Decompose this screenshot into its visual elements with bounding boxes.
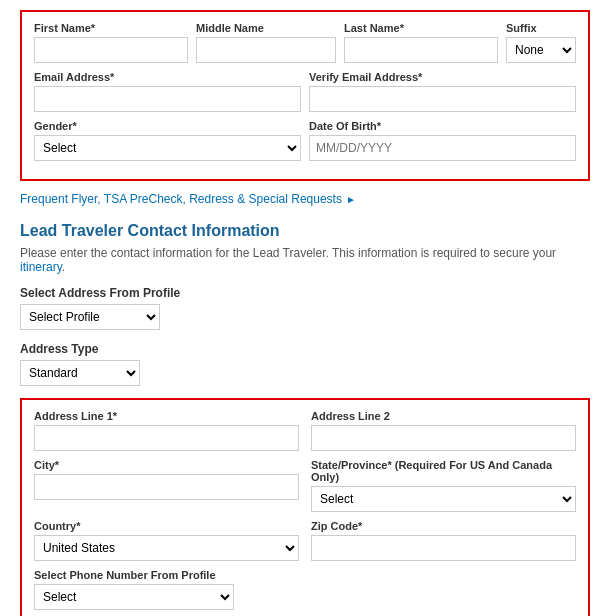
- name-row: First Name* Middle Name Last Name* Suffi…: [34, 22, 576, 63]
- traveler-info-section: First Name* Middle Name Last Name* Suffi…: [20, 10, 590, 181]
- section-description: Please enter the contact information for…: [20, 246, 590, 274]
- gender-select[interactable]: Select: [34, 135, 301, 161]
- country-select[interactable]: United States: [34, 535, 299, 561]
- zip-label: Zip Code*: [311, 520, 576, 532]
- email-input[interactable]: [34, 86, 301, 112]
- suffix-label: Suffix: [506, 22, 576, 34]
- address-line2-group: Address Line 2: [311, 410, 576, 451]
- address-line1-group: Address Line 1*: [34, 410, 299, 451]
- address-line1-label: Address Line 1*: [34, 410, 299, 422]
- suffix-group: Suffix None: [506, 22, 576, 63]
- suffix-select[interactable]: None: [506, 37, 576, 63]
- state-select[interactable]: Select: [311, 486, 576, 512]
- country-label: Country*: [34, 520, 299, 532]
- middle-name-group: Middle Name: [196, 22, 336, 63]
- city-label: City*: [34, 459, 299, 471]
- gender-dob-row: Gender* Select Date Of Birth*: [34, 120, 576, 161]
- state-label: State/Province* (Required For US And Can…: [311, 459, 576, 483]
- address-line1-input[interactable]: [34, 425, 299, 451]
- email-row: Email Address* Verify Email Address*: [34, 71, 576, 112]
- last-name-label: Last Name*: [344, 22, 498, 34]
- state-group: State/Province* (Required For US And Can…: [311, 459, 576, 512]
- phone-profile-select[interactable]: Select: [34, 584, 234, 610]
- phone-profile-label: Select Phone Number From Profile: [34, 569, 576, 581]
- middle-name-input[interactable]: [196, 37, 336, 63]
- address-type-label: Address Type: [20, 342, 590, 356]
- address-line2-label: Address Line 2: [311, 410, 576, 422]
- frequent-flyer-text: Frequent Flyer, TSA PreCheck, Redress & …: [20, 192, 342, 206]
- email-group: Email Address*: [34, 71, 301, 112]
- phone-profile-group: Select Phone Number From Profile Select: [34, 569, 576, 610]
- dob-label: Date Of Birth*: [309, 120, 576, 132]
- gender-label: Gender*: [34, 120, 301, 132]
- first-name-input[interactable]: [34, 37, 188, 63]
- select-profile-dropdown[interactable]: Select Profile: [20, 304, 160, 330]
- verify-email-label: Verify Email Address*: [309, 71, 576, 83]
- first-name-group: First Name*: [34, 22, 188, 63]
- country-zip-row: Country* United States Zip Code*: [34, 520, 576, 561]
- lead-traveler-section: Lead Traveler Contact Information Please…: [20, 222, 590, 616]
- select-address-row: Select Profile: [20, 304, 590, 330]
- city-state-row: City* State/Province* (Required For US A…: [34, 459, 576, 512]
- country-group: Country* United States: [34, 520, 299, 561]
- first-name-label: First Name*: [34, 22, 188, 34]
- address-line-row: Address Line 1* Address Line 2: [34, 410, 576, 451]
- address-type-dropdown[interactable]: Standard: [20, 360, 140, 386]
- dob-group: Date Of Birth*: [309, 120, 576, 161]
- last-name-input[interactable]: [344, 37, 498, 63]
- city-group: City*: [34, 459, 299, 512]
- address-line2-input[interactable]: [311, 425, 576, 451]
- address-type-row: Standard: [20, 360, 590, 386]
- email-label: Email Address*: [34, 71, 301, 83]
- verify-email-input[interactable]: [309, 86, 576, 112]
- address-section: Address Line 1* Address Line 2 City* Sta…: [20, 398, 590, 616]
- chevron-right-icon: ►: [346, 194, 356, 205]
- select-address-label: Select Address From Profile: [20, 286, 590, 300]
- last-name-group: Last Name*: [344, 22, 498, 63]
- zip-input[interactable]: [311, 535, 576, 561]
- zip-group: Zip Code*: [311, 520, 576, 561]
- middle-name-label: Middle Name: [196, 22, 336, 34]
- section-title: Lead Traveler Contact Information: [20, 222, 590, 240]
- city-input[interactable]: [34, 474, 299, 500]
- gender-group: Gender* Select: [34, 120, 301, 161]
- frequent-flyer-link[interactable]: Frequent Flyer, TSA PreCheck, Redress & …: [20, 192, 356, 206]
- itinerary-link[interactable]: itinerary: [20, 260, 62, 274]
- dob-input[interactable]: [309, 135, 576, 161]
- verify-email-group: Verify Email Address*: [309, 71, 576, 112]
